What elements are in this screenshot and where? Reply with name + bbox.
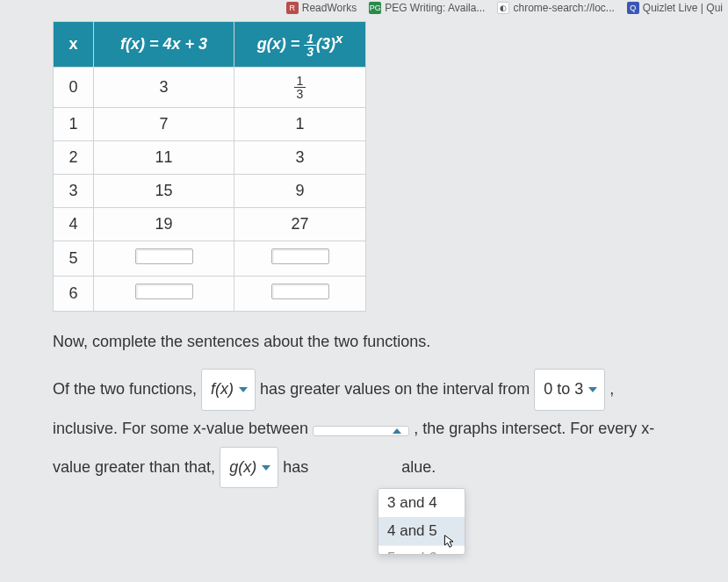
dropdown-option-5-6[interactable]: 5 and 6 <box>378 545 465 554</box>
dropdown-menu-between: 3 and 4 4 and 5 5 and 6 <box>378 488 465 555</box>
tab-label: PEG Writing: Availa... <box>385 2 485 14</box>
tab-label: ReadWorks <box>302 2 357 14</box>
fraction: 13 <box>294 75 306 100</box>
tab-label: Quizlet Live | Qui <box>643 2 723 14</box>
text: inclusive. For some x-value between <box>53 420 313 437</box>
one-third-fraction: 13 <box>304 32 316 58</box>
tab-label: chrome-search://loc... <box>513 2 614 14</box>
dropdown-option-4-5[interactable]: 4 and 5 <box>378 517 465 545</box>
chevron-down-icon <box>588 387 597 392</box>
cell-f: 15 <box>94 174 234 207</box>
cell-f: 11 <box>94 140 234 174</box>
input-blank[interactable] <box>135 248 193 264</box>
readworks-icon: R <box>286 2 299 14</box>
chip-label: g(x) <box>229 449 256 485</box>
table-row: 0313 <box>54 67 366 107</box>
input-blank[interactable] <box>135 284 193 299</box>
text: , the graphs intersect. For every x- <box>414 420 654 437</box>
cell-x: 2 <box>54 140 94 174</box>
cell-f: 19 <box>94 207 234 241</box>
tab-peg[interactable]: PG PEG Writing: Availa... <box>369 2 485 14</box>
col-g: g(x) = 13(3)x <box>234 22 366 68</box>
input-blank[interactable] <box>271 248 329 264</box>
table-row: 5 <box>54 241 366 276</box>
tab-readworks[interactable]: R ReadWorks <box>286 2 357 14</box>
cell-g[interactable] <box>234 276 366 311</box>
text: has <box>283 458 308 476</box>
instruction-text: Now, complete the sentences about the tw… <box>53 324 710 360</box>
text: has greater values on the interval from <box>260 380 534 398</box>
chevron-down-icon <box>262 465 270 471</box>
g-exponent: x <box>335 31 342 46</box>
cell-x: 6 <box>54 276 94 311</box>
cell-g: 27 <box>234 207 366 241</box>
g-base: (3) <box>316 35 335 53</box>
cell-g: 1 <box>234 107 366 140</box>
dropdown-option-3-4[interactable]: 3 and 4 <box>378 489 465 517</box>
col-f: f(x) = 4x + 3 <box>94 22 234 68</box>
browser-tabs: R ReadWorks PG PEG Writing: Availa... ◐ … <box>0 0 728 21</box>
cell-f[interactable] <box>94 241 234 276</box>
text: value greater than that, <box>53 458 220 476</box>
chevron-down-icon <box>239 387 248 392</box>
cell-x: 3 <box>54 174 94 207</box>
text: , <box>605 380 614 398</box>
text: Of the two functions, <box>53 380 201 398</box>
quizlet-icon: Q <box>627 2 639 14</box>
table-row: 41927 <box>54 207 366 241</box>
function-table: x f(x) = 4x + 3 g(x) = 13(3)x 0313171211… <box>53 21 366 312</box>
dropdown-function-greater[interactable]: f(x) <box>201 369 256 410</box>
cell-f[interactable] <box>94 276 234 311</box>
peg-icon: PG <box>369 2 381 14</box>
col-x: x <box>54 22 94 68</box>
table-row: 2113 <box>54 140 366 174</box>
tab-quizlet[interactable]: Q Quizlet Live | Qui <box>627 2 723 14</box>
g-prefix: g(x) = <box>257 35 305 53</box>
chevron-up-icon <box>393 428 401 434</box>
cell-x: 4 <box>54 207 94 241</box>
cell-x: 5 <box>54 241 94 276</box>
cell-g: 3 <box>234 140 366 174</box>
table-row: 171 <box>54 107 366 140</box>
input-blank[interactable] <box>271 284 329 299</box>
cell-f: 3 <box>94 67 234 107</box>
table-row: 3159 <box>54 174 366 207</box>
cell-g[interactable] <box>234 241 366 276</box>
chip-label: f(x) <box>211 371 234 407</box>
dropdown-between[interactable] <box>313 426 409 436</box>
cell-f: 7 <box>94 107 234 140</box>
cell-g: 13 <box>234 67 366 107</box>
dropdown-function-after[interactable]: g(x) <box>220 447 278 488</box>
cell-x: 0 <box>54 67 94 107</box>
dropdown-interval[interactable]: 0 to 3 <box>534 369 605 410</box>
text: alue. <box>401 458 436 476</box>
chip-label: 0 to 3 <box>544 371 583 407</box>
table-row: 6 <box>54 276 366 311</box>
cell-g: 9 <box>234 174 366 207</box>
cell-x: 1 <box>54 107 94 140</box>
tab-chrome[interactable]: ◐ chrome-search://loc... <box>497 2 614 14</box>
chrome-icon: ◐ <box>497 2 509 14</box>
